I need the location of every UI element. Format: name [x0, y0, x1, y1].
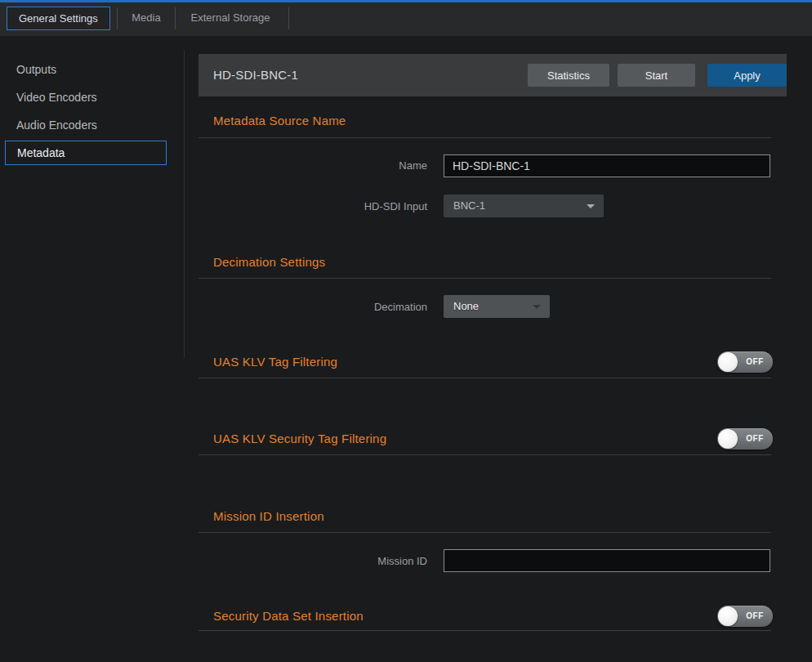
tab-separator	[288, 7, 289, 29]
tab-separator	[175, 7, 176, 29]
section-divider	[199, 630, 771, 631]
section-divider	[199, 454, 771, 455]
security-data-set-insertion-toggle[interactable]: OFF	[717, 606, 773, 627]
decimation-selected-value: None	[453, 295, 479, 318]
tab-separator	[117, 7, 118, 29]
decimation-label: Decimation	[264, 301, 427, 314]
uas-klv-tag-filtering-toggle[interactable]: OFF	[717, 351, 773, 373]
hd-sdi-input-select[interactable]: BNC-1	[444, 195, 604, 217]
sidebar-divider	[184, 51, 185, 357]
tab-external-storage[interactable]: External Storage	[178, 7, 283, 30]
tab-general-settings[interactable]: General Settings	[7, 7, 110, 30]
name-input[interactable]	[444, 154, 770, 177]
hd-sdi-input-label: HD-SDI Input	[264, 200, 427, 213]
toggle-state-label: OFF	[738, 351, 771, 373]
hd-sdi-input-selected-value: BNC-1	[453, 195, 485, 217]
decimation-select[interactable]: None	[444, 295, 550, 318]
tab-media[interactable]: Media	[121, 7, 172, 30]
sidebar-item-metadata[interactable]: Metadata	[5, 141, 167, 165]
mission-id-label: Mission ID	[264, 555, 427, 568]
name-label: Name	[264, 159, 427, 172]
statistics-button[interactable]: Statistics	[528, 64, 609, 87]
section-title-uas-klv-security-tag-filtering: UAS KLV Security Tag Filtering	[213, 432, 386, 446]
panel-header-bar: HD-SDI-BNC-1 Statistics Start Apply	[199, 54, 787, 96]
toggle-state-label: OFF	[738, 428, 771, 450]
section-title-uas-klv-tag-filtering: UAS KLV Tag Filtering	[213, 355, 337, 369]
section-divider	[199, 532, 771, 533]
section-title-security-data-set-insertion: Security Data Set Insertion	[213, 609, 364, 624]
section-title-metadata-source-name: Metadata Source Name	[213, 114, 346, 128]
page-title: HD-SDI-BNC-1	[213, 54, 298, 96]
section-divider	[199, 278, 771, 279]
toggle-knob	[718, 352, 738, 372]
section-divider	[199, 378, 771, 378]
apply-button[interactable]: Apply	[707, 64, 787, 87]
chevron-down-icon	[533, 305, 541, 309]
start-button[interactable]: Start	[618, 64, 695, 87]
chevron-down-icon	[587, 204, 595, 208]
uas-klv-security-tag-filtering-toggle[interactable]: OFF	[717, 428, 773, 450]
toggle-knob	[718, 606, 738, 626]
toggle-state-label: OFF	[738, 606, 771, 627]
sidebar-item-outputs[interactable]: Outputs	[16, 63, 56, 77]
section-divider	[199, 137, 771, 138]
sidebar-item-audio-encoders[interactable]: Audio Encoders	[16, 119, 97, 132]
sidebar-item-video-encoders[interactable]: Video Encoders	[16, 91, 97, 105]
mission-id-input[interactable]	[444, 549, 770, 572]
top-tab-bar: General Settings Media External Storage	[0, 0, 812, 36]
toggle-knob	[718, 429, 738, 449]
section-title-decimation-settings: Decimation Settings	[213, 255, 325, 270]
section-title-mission-id-insertion: Mission ID Insertion	[213, 509, 324, 524]
